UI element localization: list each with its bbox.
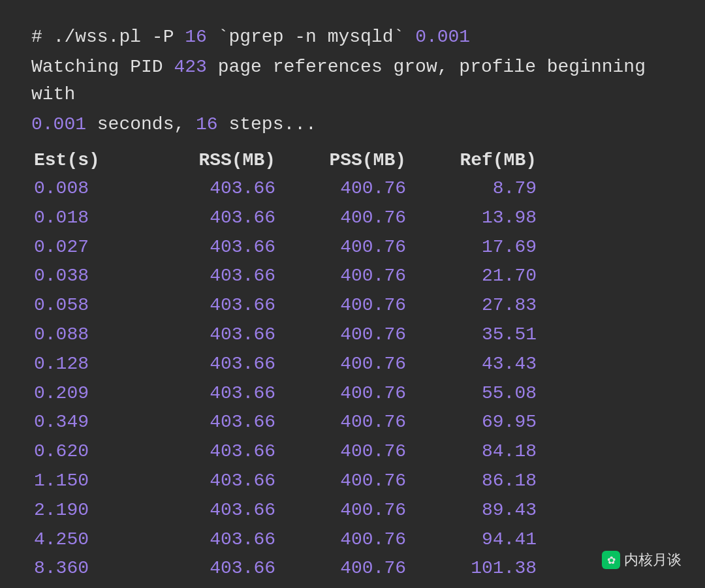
watermark-text: 内核月谈: [624, 550, 682, 570]
cell-7-3: 55.08: [426, 379, 556, 409]
cell-1-2: 400.76: [295, 204, 426, 233]
data-table: Est(s) RSS(MB) PSS(MB) Ref(MB) 0.008403.…: [31, 150, 674, 588]
cell-6-0: 0.128: [34, 350, 151, 379]
cell-3-3: 21.70: [426, 262, 556, 291]
cell-13-3: 101.38: [426, 554, 556, 583]
wechat-icon: ✿: [602, 551, 620, 569]
cell-12-3: 94.41: [426, 525, 556, 555]
col-ref: Ref(MB): [426, 150, 556, 170]
seconds-text: seconds,: [86, 114, 196, 134]
cell-11-2: 400.76: [295, 496, 426, 525]
table-row: 0.058403.66400.7627.83: [31, 291, 674, 320]
interval-value: 0.001: [31, 114, 86, 134]
cell-1-0: 0.018: [34, 204, 151, 233]
cell-12-1: 403.66: [151, 525, 295, 555]
cell-8-0: 0.349: [34, 408, 151, 437]
cell-10-3: 86.18: [426, 467, 556, 496]
cell-5-0: 0.088: [34, 320, 151, 350]
table-body: 0.008403.66400.768.790.018403.66400.7613…: [31, 174, 674, 588]
cell-11-0: 2.190: [34, 496, 151, 525]
cell-11-1: 403.66: [151, 496, 295, 525]
cell-5-3: 35.51: [426, 320, 556, 350]
cell-1-1: 403.66: [151, 204, 295, 233]
cell-9-0: 0.620: [34, 437, 151, 467]
cell-0-1: 403.66: [151, 174, 295, 204]
cell-7-2: 400.76: [295, 379, 426, 409]
cell-0-2: 400.76: [295, 174, 426, 204]
table-row: 0.027403.66400.7617.69: [31, 233, 674, 262]
table-row: 0.018403.66400.7613.98: [31, 204, 674, 233]
cell-9-2: 400.76: [295, 437, 426, 467]
cell-2-2: 400.76: [295, 233, 426, 262]
steps-text: steps...: [218, 114, 317, 134]
terminal-window: # ./wss.pl -P 16 `pgrep -n mysqld` 0.001…: [0, 0, 705, 588]
cell-3-0: 0.038: [34, 262, 151, 291]
watermark: ✿ 内核月谈: [602, 550, 682, 570]
cell-9-3: 84.18: [426, 437, 556, 467]
cell-6-1: 403.66: [151, 350, 295, 379]
cell-1-3: 13.98: [426, 204, 556, 233]
cell-3-1: 403.66: [151, 262, 295, 291]
cell-8-1: 403.66: [151, 408, 295, 437]
cell-5-2: 400.76: [295, 320, 426, 350]
steps-value: 16: [196, 114, 218, 134]
cell-2-1: 403.66: [151, 233, 295, 262]
table-row: 0.128403.66400.7643.43: [31, 350, 674, 379]
cell-13-1: 403.66: [151, 554, 295, 583]
table-row: 1.150403.66400.7686.18: [31, 467, 674, 496]
cell-0-3: 8.79: [426, 174, 556, 204]
cell-9-1: 403.66: [151, 437, 295, 467]
table-row: 0.008403.66400.768.79: [31, 174, 674, 204]
command-line: # ./wss.pl -P 16 `pgrep -n mysqld` 0.001: [31, 23, 674, 51]
cell-2-3: 17.69: [426, 233, 556, 262]
cell-0-0: 0.008: [34, 174, 151, 204]
cell-7-0: 0.209: [34, 379, 151, 409]
cell-6-3: 43.43: [426, 350, 556, 379]
cell-4-1: 403.66: [151, 291, 295, 320]
prompt: #: [31, 27, 54, 47]
cell-7-1: 403.66: [151, 379, 295, 409]
cell-4-2: 400.76: [295, 291, 426, 320]
watching-line: Watching PID 423 page references grow, p…: [31, 54, 674, 108]
param-num: 16: [185, 27, 207, 47]
col-est: Est(s): [34, 150, 151, 170]
cell-14-2: 400.76: [295, 583, 426, 588]
cell-13-0: 8.360: [34, 554, 151, 583]
pid-value: 423: [174, 57, 206, 77]
cell-14-0: 16.570: [34, 583, 151, 588]
cell-4-3: 27.83: [426, 291, 556, 320]
cell-6-2: 400.76: [295, 350, 426, 379]
cell-3-2: 400.76: [295, 262, 426, 291]
cell-11-3: 89.43: [426, 496, 556, 525]
cell-10-1: 403.66: [151, 467, 295, 496]
table-row: 8.360403.66400.76101.38: [31, 554, 674, 583]
cell-10-2: 400.76: [295, 467, 426, 496]
cell-4-0: 0.058: [34, 291, 151, 320]
cell-8-2: 400.76: [295, 408, 426, 437]
table-row: 0.088403.66400.7635.51: [31, 320, 674, 350]
table-header: Est(s) RSS(MB) PSS(MB) Ref(MB): [31, 150, 674, 170]
cell-8-3: 69.95: [426, 408, 556, 437]
cell-13-2: 400.76: [295, 554, 426, 583]
cell-12-0: 4.250: [34, 525, 151, 555]
backtick-cmd: `pgrep -n mysqld`: [207, 27, 415, 47]
interval-num: 0.001: [415, 27, 470, 47]
steps-line: 0.001 seconds, 16 steps...: [31, 111, 674, 138]
col-pss: PSS(MB): [295, 150, 426, 170]
cell-2-0: 0.027: [34, 233, 151, 262]
table-row: 0.349403.66400.7669.95: [31, 408, 674, 437]
table-row: 2.190403.66400.7689.43: [31, 496, 674, 525]
cell-14-3: 107.49: [426, 583, 556, 588]
table-row: 16.570403.66400.76107.49: [31, 583, 674, 588]
cell-5-1: 403.66: [151, 320, 295, 350]
cell-14-1: 403.66: [151, 583, 295, 588]
table-row: 4.250403.66400.7694.41: [31, 525, 674, 555]
col-rss: RSS(MB): [151, 150, 295, 170]
table-row: 0.038403.66400.7621.70: [31, 262, 674, 291]
cmd-text: ./wss.pl -P: [54, 27, 185, 47]
cell-12-2: 400.76: [295, 525, 426, 555]
table-row: 0.209403.66400.7655.08: [31, 379, 674, 409]
watching-text1: Watching PID: [31, 57, 174, 77]
cell-10-0: 1.150: [34, 467, 151, 496]
table-row: 0.620403.66400.7684.18: [31, 437, 674, 467]
